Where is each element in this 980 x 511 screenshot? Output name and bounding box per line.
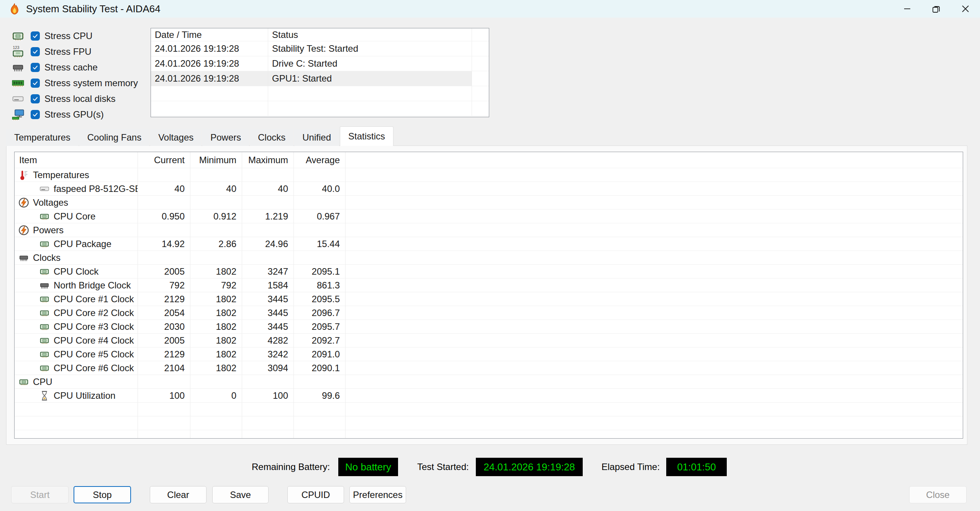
checkbox-checked[interactable] [31, 79, 40, 88]
stats-average: 2095.7 [294, 320, 346, 334]
stats-maximum: 3247 [242, 265, 294, 278]
close-button[interactable]: Close [909, 486, 967, 503]
stats-minimum [190, 168, 242, 182]
stats-empty-row [15, 403, 963, 416]
preferences-button[interactable]: Preferences [349, 486, 406, 503]
stats-minimum: 1802 [190, 320, 242, 334]
stats-row[interactable]: CPU Utilization100010099.6 [15, 389, 963, 403]
log-time: 24.01.2026 19:19:28 [151, 56, 268, 71]
stats-average: 2095.5 [294, 292, 346, 306]
stats-row[interactable]: CPU [15, 375, 963, 389]
clear-button[interactable]: Clear [150, 486, 206, 503]
stats-minimum: 1802 [190, 292, 242, 306]
aida64-flame-icon [8, 2, 21, 15]
tab-powers[interactable]: Powers [202, 129, 249, 146]
stats-minimum [190, 223, 242, 237]
stats-minimum: 792 [190, 278, 242, 292]
stats-row[interactable]: Voltages [15, 196, 963, 210]
stats-minimum: 1802 [190, 334, 242, 347]
stats-empty-row [15, 416, 963, 430]
log-header-row: Date / TimeStatus [151, 28, 489, 41]
stats-row[interactable]: North Bridge Clock7927921584861.3 [15, 278, 963, 292]
stats-item-label: faspeed P8-512G-SE [54, 183, 138, 194]
stats-minimum: 0 [190, 389, 242, 403]
log-status: Drive C: Started [268, 56, 472, 71]
log-row[interactable]: 24.01.2026 19:19:28GPU1: Started [151, 71, 489, 86]
checkbox-checked[interactable] [31, 110, 40, 119]
stats-maximum: 1584 [242, 278, 294, 292]
stats-minimum: 0.912 [190, 210, 242, 223]
stress-option-label: Stress GPU(s) [44, 109, 104, 120]
log-row[interactable]: 24.01.2026 19:19:28Stability Test: Start… [151, 41, 489, 56]
stats-item-label: North Bridge Clock [54, 280, 131, 291]
stop-button[interactable]: Stop [74, 486, 131, 503]
stats-current: 14.92 [138, 237, 190, 251]
stats-current: 100 [138, 389, 190, 403]
log-time: 24.01.2026 19:19:28 [151, 71, 268, 86]
stats-current: 2054 [138, 306, 190, 320]
stats-row[interactable]: CPU Core #2 Clock2054180234452096.7 [15, 306, 963, 320]
log-time: 24.01.2026 19:19:28 [151, 41, 268, 56]
start-button[interactable]: Start [11, 486, 69, 503]
chip-icon [38, 210, 51, 223]
stats-current [138, 168, 190, 182]
stats-maximum: 3094 [242, 361, 294, 375]
stats-row[interactable]: CPU Package14.922.8624.9615.44 [15, 237, 963, 251]
tab-voltages[interactable]: Voltages [150, 129, 202, 146]
stats-row[interactable]: Powers [15, 223, 963, 237]
stats-row[interactable]: CPU Clock2005180232472095.1 [15, 265, 963, 278]
chip-icon [38, 321, 51, 333]
stats-row[interactable]: CPU Core #1 Clock2129180234452095.5 [15, 292, 963, 306]
log-empty-row [151, 86, 489, 101]
disk-icon [10, 92, 26, 106]
stats-row[interactable]: Clocks [15, 251, 963, 265]
stats-maximum [242, 168, 294, 182]
tab-temperatures[interactable]: Temperatures [6, 129, 79, 146]
stats-minimum [190, 196, 242, 210]
log-empty-row [151, 101, 489, 116]
elapsed-time-label: Elapsed Time: [601, 458, 660, 476]
checkbox-checked[interactable] [31, 31, 40, 41]
cache-icon [10, 60, 26, 75]
statistics-table[interactable]: ItemCurrentMinimumMaximumAverageTemperat… [14, 152, 963, 439]
cpuid-button[interactable]: CPUID [287, 486, 344, 503]
stats-current: 2005 [138, 334, 190, 347]
event-log-table[interactable]: Date / TimeStatus24.01.2026 19:19:28Stab… [151, 28, 489, 117]
checkbox-checked[interactable] [31, 94, 40, 103]
stats-average: 99.6 [294, 389, 346, 403]
minimize-button[interactable] [893, 0, 922, 18]
stats-row[interactable]: CPU Core0.9500.9121.2190.967 [15, 210, 963, 223]
checkbox-checked[interactable] [31, 63, 40, 72]
log-status: GPU1: Started [268, 71, 472, 86]
stats-row[interactable]: faspeed P8-512G-SE40404040.0 [15, 182, 963, 196]
bolt-icon [18, 197, 30, 209]
checkbox-checked[interactable] [31, 47, 40, 56]
tab-statistics[interactable]: Statistics [340, 126, 393, 146]
stats-col-item: Item [15, 152, 138, 168]
tab-unified[interactable]: Unified [294, 129, 339, 146]
tab-clocks[interactable]: Clocks [250, 129, 293, 146]
close-window-button[interactable] [951, 0, 980, 18]
stats-row[interactable]: CPU Core #5 Clock2129180232422091.0 [15, 347, 963, 361]
tab-cooling-fans[interactable]: Cooling Fans [79, 129, 149, 146]
stats-row[interactable]: Temperatures [15, 168, 963, 182]
stats-row[interactable]: CPU Core #6 Clock2104180230942090.1 [15, 361, 963, 375]
cpu-icon [10, 29, 26, 43]
stress-option-row: Stress cache [10, 59, 147, 75]
stats-row[interactable]: CPU Core #3 Clock2030180234452095.7 [15, 320, 963, 334]
stats-minimum: 1802 [190, 265, 242, 278]
ssd-icon [38, 183, 51, 195]
stress-options-panel: Stress CPU123Stress FPUStress cacheStres… [10, 28, 147, 122]
stats-maximum: 24.96 [242, 237, 294, 251]
stats-maximum [242, 196, 294, 210]
log-row[interactable]: 24.01.2026 19:19:28Drive C: Started [151, 56, 489, 71]
save-button[interactable]: Save [212, 486, 269, 503]
stats-minimum: 40 [190, 182, 242, 196]
test-started-label: Test Started: [417, 458, 469, 476]
thermometer-icon [18, 169, 30, 181]
restore-button[interactable] [922, 0, 951, 18]
stats-empty-row [15, 430, 963, 439]
stats-average [294, 168, 346, 182]
stats-row[interactable]: CPU Core #4 Clock2005180242822092.7 [15, 334, 963, 347]
stats-col-average: Average [294, 152, 346, 168]
